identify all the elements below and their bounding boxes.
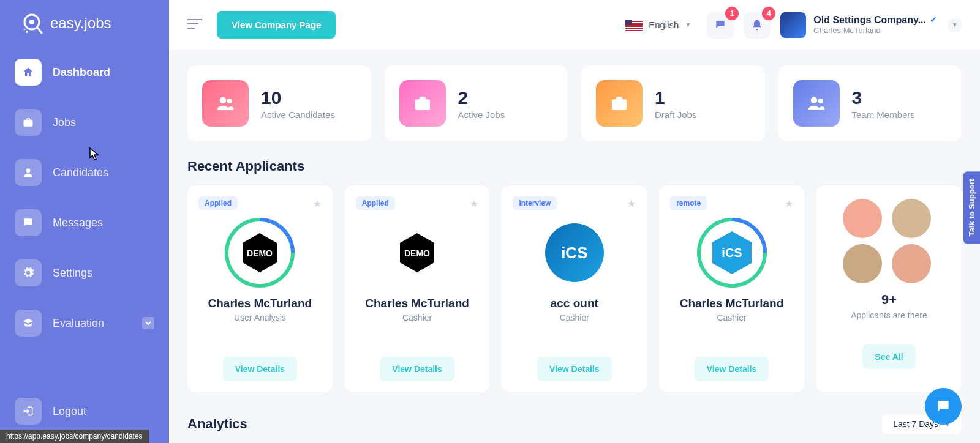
stat-draft-jobs: 1Draft Jobs <box>581 65 765 141</box>
applicant-name: Charles McTurland <box>198 297 322 310</box>
content: 10Active Candidates 2Active Jobs 1Draft … <box>169 50 980 443</box>
sidebar-label: Evaluation <box>53 317 104 330</box>
applicant-card: Applied★ DEMO Charles McTurland Cashier … <box>345 185 490 392</box>
view-details-button[interactable]: View Details <box>695 357 769 381</box>
profile-menu[interactable]: Old Settings Company... ✔ Charles McTurl… <box>780 12 962 38</box>
sidebar-label: Dashboard <box>53 66 110 79</box>
verified-icon: ✔ <box>930 15 937 25</box>
applicant-name: Charles McTurland <box>670 297 793 310</box>
mini-avatar <box>892 199 931 238</box>
avatar-grid <box>843 199 935 283</box>
applicant-card: Applied★ DEMO Charles McTurland User Ana… <box>187 185 333 392</box>
company-avatar <box>780 12 806 38</box>
svg-line-2 <box>38 28 42 33</box>
gear-icon <box>15 259 42 286</box>
sidebar-label: Messages <box>53 217 103 229</box>
view-company-button[interactable]: View Company Page <box>217 11 336 39</box>
svg-point-10 <box>227 99 232 103</box>
sidebar-label: Settings <box>53 267 92 280</box>
notifications-badge: 4 <box>762 7 775 20</box>
chevron-down-icon: ▼ <box>948 18 962 32</box>
status-badge: Applied <box>356 196 395 210</box>
sidebar-item-settings[interactable]: Settings <box>15 253 154 292</box>
messages-badge: 1 <box>725 7 739 20</box>
stat-label: Team Members <box>852 110 915 120</box>
mini-avatar <box>843 199 882 238</box>
svg-text:DEMO: DEMO <box>247 248 273 258</box>
main: View Company Page English ▼ 1 4 Old Sett… <box>169 0 980 443</box>
user-icon <box>15 159 42 186</box>
applicant-card: remote★ iCS Charles McTurland Cashier Vi… <box>659 185 804 392</box>
more-text: Applicants are there <box>830 310 948 320</box>
menu-toggle[interactable] <box>187 18 202 32</box>
view-details-button[interactable]: View Details <box>380 357 454 381</box>
stat-active-jobs: 2Active Jobs <box>385 65 568 141</box>
stat-value: 3 <box>852 87 915 108</box>
profile-info: Old Settings Company... ✔ Charles McTurl… <box>813 14 937 35</box>
sidebar-item-messages[interactable]: Messages <box>15 203 154 242</box>
status-badge: Interview <box>513 196 557 210</box>
view-details-button[interactable]: View Details <box>537 357 611 381</box>
chevron-down-icon <box>142 317 154 329</box>
svg-point-4 <box>24 29 26 31</box>
chat-bubble-icon <box>935 398 951 414</box>
applicant-role: Cashier <box>670 313 793 322</box>
chevron-down-icon: ▼ <box>685 21 691 28</box>
sidebar-item-candidates[interactable]: Candidates <box>15 153 154 192</box>
bell-icon <box>751 19 763 31</box>
language-label: English <box>649 20 679 30</box>
view-details-button[interactable]: View Details <box>223 357 297 381</box>
flag-icon <box>625 20 643 31</box>
sidebar-label: Logout <box>53 405 86 418</box>
notifications-button[interactable]: 4 <box>744 12 771 39</box>
logo-icon <box>21 12 43 34</box>
sidebar-item-evaluation[interactable]: Evaluation <box>15 303 154 343</box>
logout-icon <box>15 398 42 425</box>
status-badge: remote <box>670 196 707 210</box>
recent-applicants-title: Recent Applicants <box>187 158 962 174</box>
svg-point-9 <box>220 97 227 103</box>
logo[interactable]: easy.jobs <box>15 12 154 34</box>
sidebar: easy.jobs Dashboard Jobs Candidates Mess… <box>0 0 169 443</box>
mini-avatar <box>843 244 882 283</box>
sidebar-item-jobs[interactable]: Jobs <box>15 103 154 142</box>
svg-point-1 <box>29 20 34 24</box>
svg-text:DEMO: DEMO <box>404 248 430 258</box>
avatar: iCS <box>539 217 610 288</box>
logo-text: easy.jobs <box>50 15 111 32</box>
mini-avatar <box>892 244 931 283</box>
star-icon[interactable]: ★ <box>627 198 636 209</box>
star-icon[interactable]: ★ <box>313 198 322 209</box>
team-icon <box>793 80 840 127</box>
applicant-role: User Analysis <box>198 313 322 322</box>
svg-point-11 <box>810 97 817 103</box>
home-icon <box>15 59 42 86</box>
svg-point-12 <box>818 99 823 103</box>
sidebar-item-dashboard[interactable]: Dashboard <box>15 53 154 92</box>
support-tab[interactable]: Talk to Support <box>963 171 980 244</box>
company-name: Old Settings Company... <box>813 14 926 26</box>
hamburger-icon <box>187 18 202 29</box>
briefcase-icon <box>15 109 42 136</box>
more-count: 9+ <box>830 292 948 308</box>
topbar: View Company Page English ▼ 1 4 Old Sett… <box>169 0 980 50</box>
stat-active-candidates: 10Active Candidates <box>187 65 371 141</box>
stat-value: 2 <box>458 87 505 108</box>
avatar: DEMO <box>382 217 453 288</box>
see-all-button[interactable]: See All <box>862 344 915 369</box>
chat-icon <box>714 19 726 31</box>
chat-widget[interactable] <box>925 388 962 425</box>
sidebar-item-logout[interactable]: Logout <box>15 398 86 425</box>
users-icon <box>202 80 249 127</box>
svg-point-3 <box>26 31 28 33</box>
stat-value: 1 <box>655 87 696 108</box>
applicant-name: Charles McTurland <box>356 297 479 310</box>
messages-button[interactable]: 1 <box>707 12 734 39</box>
star-icon[interactable]: ★ <box>785 198 793 209</box>
graduation-icon <box>15 310 42 337</box>
briefcase-icon <box>399 80 446 127</box>
star-icon[interactable]: ★ <box>470 198 478 209</box>
language-select[interactable]: English ▼ <box>619 16 697 34</box>
stat-value: 10 <box>261 87 335 108</box>
briefcase-icon <box>596 80 643 127</box>
